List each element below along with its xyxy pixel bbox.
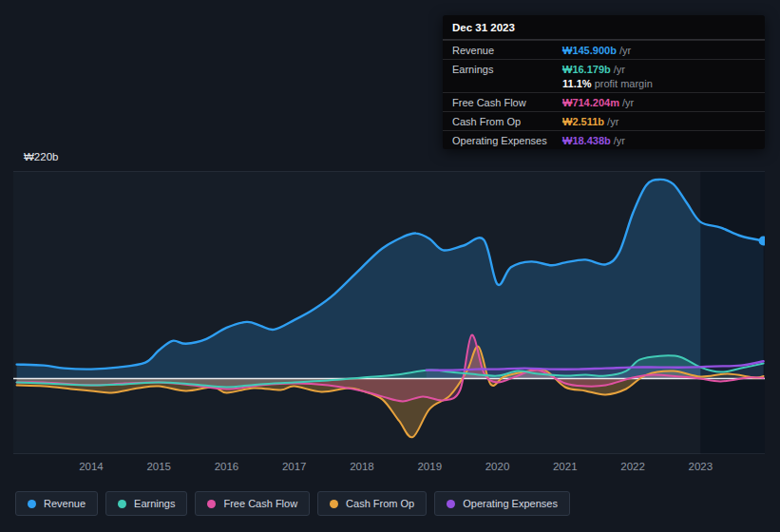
tooltip-row-revenue: Revenue ₩145.900b /yr xyxy=(443,40,765,59)
x-axis-label: 2018 xyxy=(350,461,374,472)
x-axis-label: 2022 xyxy=(620,461,645,472)
tooltip-value: ₩714.204m /yr xyxy=(562,97,755,108)
tooltip-row-earnings: Earnings ₩16.179b /yr xyxy=(443,59,765,78)
x-axis-label: 2014 xyxy=(79,461,104,472)
legend-label: Revenue xyxy=(44,498,86,509)
chart-tooltip: Dec 31 2023 Revenue ₩145.900b /yr Earnin… xyxy=(443,15,765,149)
y-axis-label-max: ₩220b xyxy=(24,151,58,162)
stock-financials-chart-page: ₩220b ₩0 -₩80b 2014201520162017201820192… xyxy=(0,0,780,532)
tooltip-value: ₩2.511b /yr xyxy=(562,116,755,127)
tooltip-value: ₩16.179b /yr xyxy=(562,64,755,75)
tooltip-row-operating-expenses: Operating Expenses ₩18.438b /yr xyxy=(443,130,765,149)
x-axis-label: 2023 xyxy=(689,461,713,472)
tooltip-value: ₩145.900b /yr xyxy=(562,45,755,56)
legend-item-earnings[interactable]: Earnings xyxy=(105,491,187,516)
tooltip-label: Cash From Op xyxy=(452,116,562,127)
legend-item-operating-expenses[interactable]: Operating Expenses xyxy=(434,491,570,516)
free-cash-flow-dot-icon xyxy=(207,500,216,508)
tooltip-row-profit-margin: 11.1% profit margin xyxy=(443,78,765,92)
operating-expenses-dot-icon xyxy=(447,500,455,508)
chart-canvas[interactable] xyxy=(13,171,765,454)
tooltip-label: Revenue xyxy=(452,45,562,56)
legend-item-revenue[interactable]: Revenue xyxy=(15,491,98,516)
tooltip-date: Dec 31 2023 xyxy=(443,15,765,40)
cash-from-op-dot-icon xyxy=(330,500,338,508)
legend-label: Earnings xyxy=(134,498,175,509)
chart-plot-area[interactable] xyxy=(13,171,765,454)
legend-item-free-cash-flow[interactable]: Free Cash Flow xyxy=(195,491,310,516)
tooltip-value: ₩18.438b /yr xyxy=(562,135,755,146)
tooltip-row-cash-from-op: Cash From Op ₩2.511b /yr xyxy=(443,111,765,130)
tooltip-label: Operating Expenses xyxy=(452,135,562,146)
x-axis-label: 2019 xyxy=(417,461,442,472)
x-axis-label: 2016 xyxy=(215,461,239,472)
x-axis-label: 2020 xyxy=(485,461,510,472)
legend-item-cash-from-op[interactable]: Cash From Op xyxy=(317,491,427,516)
earnings-dot-icon xyxy=(118,500,126,508)
tooltip-row-free-cash-flow: Free Cash Flow ₩714.204m /yr xyxy=(443,92,765,111)
tooltip-value: 11.1% profit margin xyxy=(562,78,755,89)
tooltip-label: Free Cash Flow xyxy=(452,97,562,108)
legend-label: Cash From Op xyxy=(346,498,414,509)
x-axis-label: 2015 xyxy=(146,461,171,472)
x-axis-label: 2017 xyxy=(282,461,307,472)
tooltip-label: Earnings xyxy=(452,64,562,75)
legend-label: Operating Expenses xyxy=(463,498,558,509)
x-axis: 2014201520162017201820192020202120222023 xyxy=(13,461,765,476)
legend-label: Free Cash Flow xyxy=(223,498,297,509)
chart-legend: Revenue Earnings Free Cash Flow Cash Fro… xyxy=(15,491,570,516)
revenue-dot-icon xyxy=(28,500,36,508)
x-axis-label: 2021 xyxy=(553,461,578,472)
